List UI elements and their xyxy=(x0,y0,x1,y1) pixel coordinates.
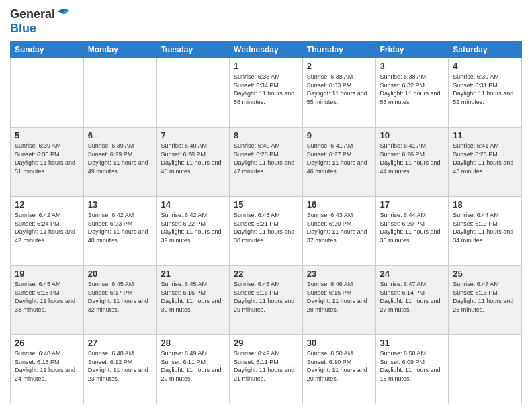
calendar-day-11: 11Sunrise: 6:41 AMSunset: 6:25 PMDayligh… xyxy=(449,128,522,197)
calendar-day-23: 23Sunrise: 6:46 AMSunset: 6:15 PMDayligh… xyxy=(302,266,375,335)
day-number: 8 xyxy=(234,130,298,140)
day-info: Sunrise: 6:38 AMSunset: 6:33 PMDaylight:… xyxy=(307,73,371,106)
weekday-header-friday: Friday xyxy=(375,42,449,58)
day-number: 10 xyxy=(380,130,445,140)
day-info: Sunrise: 6:39 AMSunset: 6:29 PMDaylight:… xyxy=(88,142,152,175)
calendar-day-24: 24Sunrise: 6:47 AMSunset: 6:14 PMDayligh… xyxy=(375,266,449,335)
day-info: Sunrise: 6:50 AMSunset: 6:09 PMDaylight:… xyxy=(380,349,445,383)
day-info: Sunrise: 6:45 AMSunset: 6:16 PMDaylight:… xyxy=(161,280,225,314)
calendar-day-28: 28Sunrise: 6:49 AMSunset: 6:11 PMDayligh… xyxy=(157,335,230,404)
calendar-day-8: 8Sunrise: 6:40 AMSunset: 6:28 PMDaylight… xyxy=(230,128,303,197)
day-info: Sunrise: 6:41 AMSunset: 6:26 PMDaylight:… xyxy=(380,142,445,175)
day-number: 13 xyxy=(88,199,152,210)
calendar-week-row: 19Sunrise: 6:45 AMSunset: 6:18 PMDayligh… xyxy=(11,266,522,335)
day-info: Sunrise: 6:49 AMSunset: 6:11 PMDaylight:… xyxy=(161,349,225,383)
day-info: Sunrise: 6:47 AMSunset: 6:13 PMDaylight:… xyxy=(453,280,517,314)
day-info: Sunrise: 6:42 AMSunset: 6:23 PMDaylight:… xyxy=(88,211,152,244)
day-info: Sunrise: 6:39 AMSunset: 6:31 PMDaylight:… xyxy=(453,73,517,106)
day-number: 3 xyxy=(380,61,445,71)
day-number: 14 xyxy=(161,199,225,210)
day-info: Sunrise: 6:42 AMSunset: 6:24 PMDaylight:… xyxy=(15,211,79,244)
day-number: 21 xyxy=(161,269,225,279)
day-number: 22 xyxy=(234,269,298,279)
calendar-day-10: 10Sunrise: 6:41 AMSunset: 6:26 PMDayligh… xyxy=(375,128,449,197)
calendar-day-15: 15Sunrise: 6:43 AMSunset: 6:21 PMDayligh… xyxy=(230,197,303,266)
calendar-day-31: 31Sunrise: 6:50 AMSunset: 6:09 PMDayligh… xyxy=(375,335,449,404)
day-number: 16 xyxy=(307,199,371,210)
day-info: Sunrise: 6:38 AMSunset: 6:34 PMDaylight:… xyxy=(234,73,298,106)
calendar-day-27: 27Sunrise: 6:48 AMSunset: 6:12 PMDayligh… xyxy=(83,335,157,404)
calendar-day-19: 19Sunrise: 6:45 AMSunset: 6:18 PMDayligh… xyxy=(11,266,84,335)
calendar-day-7: 7Sunrise: 6:40 AMSunset: 6:28 PMDaylight… xyxy=(157,128,230,197)
day-info: Sunrise: 6:44 AMSunset: 6:20 PMDaylight:… xyxy=(380,211,445,244)
day-info: Sunrise: 6:50 AMSunset: 6:10 PMDaylight:… xyxy=(307,349,371,383)
empty-day xyxy=(157,58,230,128)
calendar-day-18: 18Sunrise: 6:44 AMSunset: 6:19 PMDayligh… xyxy=(449,197,522,266)
day-info: Sunrise: 6:41 AMSunset: 6:27 PMDaylight:… xyxy=(307,142,371,175)
logo-general-text: General xyxy=(10,7,55,21)
day-number: 4 xyxy=(453,61,517,71)
header: General Blue xyxy=(10,7,522,36)
calendar-day-16: 16Sunrise: 6:43 AMSunset: 6:20 PMDayligh… xyxy=(302,197,375,266)
day-number: 2 xyxy=(307,61,371,71)
day-info: Sunrise: 6:45 AMSunset: 6:17 PMDaylight:… xyxy=(88,280,152,314)
calendar-day-20: 20Sunrise: 6:45 AMSunset: 6:17 PMDayligh… xyxy=(83,266,157,335)
day-info: Sunrise: 6:43 AMSunset: 6:21 PMDaylight:… xyxy=(234,211,298,244)
logo: General Blue xyxy=(10,7,71,36)
calendar-week-row: 5Sunrise: 6:39 AMSunset: 6:30 PMDaylight… xyxy=(11,128,522,197)
calendar-day-12: 12Sunrise: 6:42 AMSunset: 6:24 PMDayligh… xyxy=(11,197,84,266)
day-number: 20 xyxy=(88,269,152,279)
day-number: 6 xyxy=(88,130,152,140)
day-number: 12 xyxy=(15,199,79,210)
day-info: Sunrise: 6:44 AMSunset: 6:19 PMDaylight:… xyxy=(453,211,517,244)
day-info: Sunrise: 6:46 AMSunset: 6:16 PMDaylight:… xyxy=(234,280,298,314)
day-number: 11 xyxy=(453,130,517,140)
day-info: Sunrise: 6:49 AMSunset: 6:11 PMDaylight:… xyxy=(234,349,298,383)
calendar-day-14: 14Sunrise: 6:42 AMSunset: 6:22 PMDayligh… xyxy=(157,197,230,266)
calendar-day-6: 6Sunrise: 6:39 AMSunset: 6:29 PMDaylight… xyxy=(83,128,157,197)
day-info: Sunrise: 6:48 AMSunset: 6:13 PMDaylight:… xyxy=(15,349,79,383)
calendar-week-row: 26Sunrise: 6:48 AMSunset: 6:13 PMDayligh… xyxy=(11,335,522,404)
day-number: 29 xyxy=(234,338,298,348)
calendar-day-4: 4Sunrise: 6:39 AMSunset: 6:31 PMDaylight… xyxy=(449,58,522,128)
calendar-day-30: 30Sunrise: 6:50 AMSunset: 6:10 PMDayligh… xyxy=(302,335,375,404)
calendar-table: SundayMondayTuesdayWednesdayThursdayFrid… xyxy=(10,41,522,404)
weekday-header-row: SundayMondayTuesdayWednesdayThursdayFrid… xyxy=(11,42,522,58)
day-info: Sunrise: 6:43 AMSunset: 6:20 PMDaylight:… xyxy=(307,211,371,244)
day-number: 25 xyxy=(453,269,517,279)
logo-bird-icon xyxy=(56,7,71,21)
day-number: 18 xyxy=(453,199,517,210)
calendar-day-3: 3Sunrise: 6:38 AMSunset: 6:32 PMDaylight… xyxy=(375,58,449,128)
calendar-day-21: 21Sunrise: 6:45 AMSunset: 6:16 PMDayligh… xyxy=(157,266,230,335)
day-info: Sunrise: 6:41 AMSunset: 6:25 PMDaylight:… xyxy=(453,142,517,175)
calendar-day-22: 22Sunrise: 6:46 AMSunset: 6:16 PMDayligh… xyxy=(230,266,303,335)
day-number: 19 xyxy=(15,269,79,279)
day-info: Sunrise: 6:46 AMSunset: 6:15 PMDaylight:… xyxy=(307,280,371,314)
day-number: 1 xyxy=(234,61,298,71)
calendar-day-13: 13Sunrise: 6:42 AMSunset: 6:23 PMDayligh… xyxy=(83,197,157,266)
day-number: 24 xyxy=(380,269,445,279)
weekday-header-tuesday: Tuesday xyxy=(157,42,230,58)
weekday-header-saturday: Saturday xyxy=(449,42,522,58)
day-number: 26 xyxy=(15,338,79,348)
calendar-day-2: 2Sunrise: 6:38 AMSunset: 6:33 PMDaylight… xyxy=(302,58,375,128)
calendar-day-25: 25Sunrise: 6:47 AMSunset: 6:13 PMDayligh… xyxy=(449,266,522,335)
calendar-day-29: 29Sunrise: 6:49 AMSunset: 6:11 PMDayligh… xyxy=(230,335,303,404)
day-number: 7 xyxy=(161,130,225,140)
calendar-day-5: 5Sunrise: 6:39 AMSunset: 6:30 PMDaylight… xyxy=(11,128,84,197)
day-info: Sunrise: 6:40 AMSunset: 6:28 PMDaylight:… xyxy=(161,142,225,175)
calendar-week-row: 1Sunrise: 6:38 AMSunset: 6:34 PMDaylight… xyxy=(11,58,522,128)
weekday-header-sunday: Sunday xyxy=(11,42,84,58)
day-info: Sunrise: 6:40 AMSunset: 6:28 PMDaylight:… xyxy=(234,142,298,175)
day-info: Sunrise: 6:47 AMSunset: 6:14 PMDaylight:… xyxy=(380,280,445,314)
day-number: 23 xyxy=(307,269,371,279)
day-number: 31 xyxy=(380,338,445,348)
day-info: Sunrise: 6:42 AMSunset: 6:22 PMDaylight:… xyxy=(161,211,225,244)
empty-day xyxy=(83,58,157,128)
empty-day xyxy=(11,58,84,128)
logo-blue-text: Blue xyxy=(10,21,36,35)
day-number: 5 xyxy=(15,130,79,140)
day-number: 9 xyxy=(307,130,371,140)
calendar-day-1: 1Sunrise: 6:38 AMSunset: 6:34 PMDaylight… xyxy=(230,58,303,128)
weekday-header-wednesday: Wednesday xyxy=(230,42,303,58)
